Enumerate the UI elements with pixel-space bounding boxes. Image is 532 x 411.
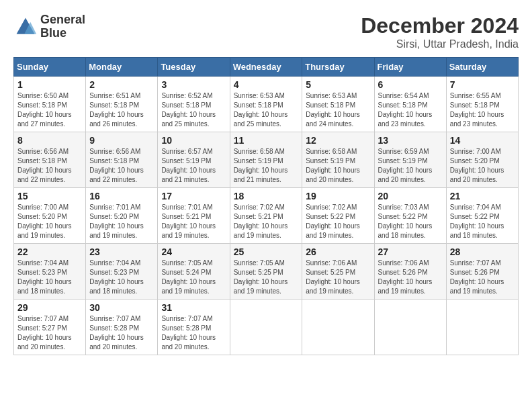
day-header-thursday: Thursday xyxy=(302,58,374,77)
sunrise: Sunrise: 6:51 AM xyxy=(89,92,140,99)
calendar-cell: 3 Sunrise: 6:52 AM Sunset: 5:18 PM Dayli… xyxy=(158,77,230,132)
calendar-cell: 9 Sunrise: 6:56 AM Sunset: 5:18 PM Dayli… xyxy=(86,132,158,188)
day-number: 5 xyxy=(306,79,370,90)
calendar-cell: 18 Sunrise: 7:02 AM Sunset: 5:21 PM Dayl… xyxy=(230,188,302,244)
day-info: Sunrise: 6:53 AM Sunset: 5:18 PM Dayligh… xyxy=(306,91,370,129)
sunset: Sunset: 5:18 PM xyxy=(17,157,67,165)
daylight: Daylight: 10 hours and 19 minutes. xyxy=(161,278,216,295)
daylight: Daylight: 10 hours and 19 minutes. xyxy=(306,222,360,239)
calendar-cell: 21 Sunrise: 7:04 AM Sunset: 5:22 PM Dayl… xyxy=(446,188,518,244)
month-title: December 2024 xyxy=(361,13,519,38)
calendar-cell: 14 Sunrise: 7:00 AM Sunset: 5:20 PM Dayl… xyxy=(446,132,518,188)
sunrise: Sunrise: 6:58 AM xyxy=(234,148,285,155)
sunset: Sunset: 5:28 PM xyxy=(89,324,139,332)
calendar-cell: 23 Sunrise: 7:04 AM Sunset: 5:23 PM Dayl… xyxy=(86,244,158,300)
sunset: Sunset: 5:23 PM xyxy=(89,269,139,276)
sunrise: Sunrise: 7:04 AM xyxy=(89,259,140,267)
day-number: 11 xyxy=(234,135,299,146)
sunrise: Sunrise: 6:58 AM xyxy=(306,148,357,155)
daylight: Daylight: 10 hours and 19 minutes. xyxy=(378,278,433,295)
daylight: Daylight: 10 hours and 21 minutes. xyxy=(234,167,288,183)
day-info: Sunrise: 7:05 AM Sunset: 5:25 PM Dayligh… xyxy=(234,259,299,296)
day-number: 17 xyxy=(161,191,226,201)
day-info: Sunrise: 7:01 AM Sunset: 5:20 PM Dayligh… xyxy=(89,203,154,240)
calendar-cell: 26 Sunrise: 7:06 AM Sunset: 5:25 PM Dayl… xyxy=(302,244,374,300)
day-info: Sunrise: 6:58 AM Sunset: 5:19 PM Dayligh… xyxy=(234,147,299,185)
sunrise: Sunrise: 6:53 AM xyxy=(306,92,357,99)
location: Sirsi, Uttar Pradesh, India xyxy=(361,38,519,50)
day-header-saturday: Saturday xyxy=(446,58,518,77)
day-number: 16 xyxy=(89,191,154,201)
sunrise: Sunrise: 7:01 AM xyxy=(89,203,140,211)
sunset: Sunset: 5:20 PM xyxy=(450,157,500,165)
daylight: Daylight: 10 hours and 20 minutes. xyxy=(161,334,216,351)
daylight: Daylight: 10 hours and 18 minutes. xyxy=(17,278,72,295)
day-info: Sunrise: 7:04 AM Sunset: 5:22 PM Dayligh… xyxy=(450,203,515,240)
daylight: Daylight: 10 hours and 19 minutes. xyxy=(161,222,216,239)
daylight: Daylight: 10 hours and 19 minutes. xyxy=(89,222,144,239)
sunrise: Sunrise: 7:03 AM xyxy=(378,203,429,211)
calendar-cell: 10 Sunrise: 6:57 AM Sunset: 5:19 PM Dayl… xyxy=(158,132,230,188)
day-info: Sunrise: 6:55 AM Sunset: 5:18 PM Dayligh… xyxy=(450,91,515,129)
sunrise: Sunrise: 7:07 AM xyxy=(89,315,140,322)
daylight: Daylight: 10 hours and 18 minutes. xyxy=(450,222,504,239)
day-info: Sunrise: 7:07 AM Sunset: 5:27 PM Dayligh… xyxy=(17,314,82,352)
sunset: Sunset: 5:25 PM xyxy=(306,269,355,276)
sunset: Sunset: 5:18 PM xyxy=(234,101,283,109)
calendar-cell: 2 Sunrise: 6:51 AM Sunset: 5:18 PM Dayli… xyxy=(86,77,158,132)
logo-icon xyxy=(13,15,38,39)
sunrise: Sunrise: 7:04 AM xyxy=(17,259,69,267)
day-info: Sunrise: 6:56 AM Sunset: 5:18 PM Dayligh… xyxy=(17,147,82,185)
day-number: 6 xyxy=(378,79,443,90)
calendar-cell: 20 Sunrise: 7:03 AM Sunset: 5:22 PM Dayl… xyxy=(374,188,446,244)
sunrise: Sunrise: 6:59 AM xyxy=(378,148,429,155)
day-info: Sunrise: 7:02 AM Sunset: 5:21 PM Dayligh… xyxy=(234,203,299,240)
sunset: Sunset: 5:21 PM xyxy=(234,213,283,220)
daylight: Daylight: 10 hours and 19 minutes. xyxy=(17,222,72,239)
sunrise: Sunrise: 6:55 AM xyxy=(450,92,501,99)
day-number: 12 xyxy=(306,135,370,146)
daylight: Daylight: 10 hours and 19 minutes. xyxy=(450,278,504,295)
sunrise: Sunrise: 6:50 AM xyxy=(17,92,69,99)
sunset: Sunset: 5:20 PM xyxy=(17,213,67,220)
sunrise: Sunrise: 7:06 AM xyxy=(378,259,429,267)
day-header-wednesday: Wednesday xyxy=(230,58,302,77)
daylight: Daylight: 10 hours and 23 minutes. xyxy=(378,111,433,128)
calendar-table: SundayMondayTuesdayWednesdayThursdayFrid… xyxy=(13,57,519,355)
sunrise: Sunrise: 7:07 AM xyxy=(161,315,212,322)
calendar-cell: 5 Sunrise: 6:53 AM Sunset: 5:18 PM Dayli… xyxy=(302,77,374,132)
sunrise: Sunrise: 7:00 AM xyxy=(450,148,501,155)
daylight: Daylight: 10 hours and 20 minutes. xyxy=(89,334,144,351)
day-info: Sunrise: 7:07 AM Sunset: 5:28 PM Dayligh… xyxy=(89,314,154,352)
day-number: 22 xyxy=(17,246,82,257)
calendar-week-3: 15 Sunrise: 7:00 AM Sunset: 5:20 PM Dayl… xyxy=(14,188,519,244)
calendar-cell: 15 Sunrise: 7:00 AM Sunset: 5:20 PM Dayl… xyxy=(14,188,86,244)
sunrise: Sunrise: 6:53 AM xyxy=(234,92,285,99)
day-info: Sunrise: 6:58 AM Sunset: 5:19 PM Dayligh… xyxy=(306,147,370,185)
day-number: 19 xyxy=(306,191,370,201)
day-info: Sunrise: 7:03 AM Sunset: 5:22 PM Dayligh… xyxy=(378,203,443,240)
day-info: Sunrise: 7:05 AM Sunset: 5:24 PM Dayligh… xyxy=(161,259,226,296)
day-number: 14 xyxy=(450,135,515,146)
logo-text: General Blue xyxy=(40,13,85,40)
calendar-cell: 12 Sunrise: 6:58 AM Sunset: 5:19 PM Dayl… xyxy=(302,132,374,188)
calendar-week-1: 1 Sunrise: 6:50 AM Sunset: 5:18 PM Dayli… xyxy=(14,77,519,132)
sunrise: Sunrise: 7:01 AM xyxy=(161,203,212,211)
day-number: 25 xyxy=(234,246,299,257)
sunrise: Sunrise: 7:00 AM xyxy=(17,203,69,211)
day-number: 21 xyxy=(450,191,515,201)
day-info: Sunrise: 6:56 AM Sunset: 5:18 PM Dayligh… xyxy=(89,147,154,185)
day-number: 2 xyxy=(89,79,154,90)
day-header-friday: Friday xyxy=(374,58,446,77)
day-info: Sunrise: 6:59 AM Sunset: 5:19 PM Dayligh… xyxy=(378,147,443,185)
day-header-sunday: Sunday xyxy=(14,58,86,77)
calendar-cell xyxy=(374,300,446,355)
daylight: Daylight: 10 hours and 22 minutes. xyxy=(17,167,72,183)
sunrise: Sunrise: 7:02 AM xyxy=(306,203,357,211)
sunrise: Sunrise: 7:04 AM xyxy=(450,203,501,211)
day-number: 9 xyxy=(89,135,154,146)
day-info: Sunrise: 6:51 AM Sunset: 5:18 PM Dayligh… xyxy=(89,91,154,129)
day-number: 28 xyxy=(450,246,515,257)
sunset: Sunset: 5:28 PM xyxy=(161,324,211,332)
day-number: 31 xyxy=(161,302,226,313)
